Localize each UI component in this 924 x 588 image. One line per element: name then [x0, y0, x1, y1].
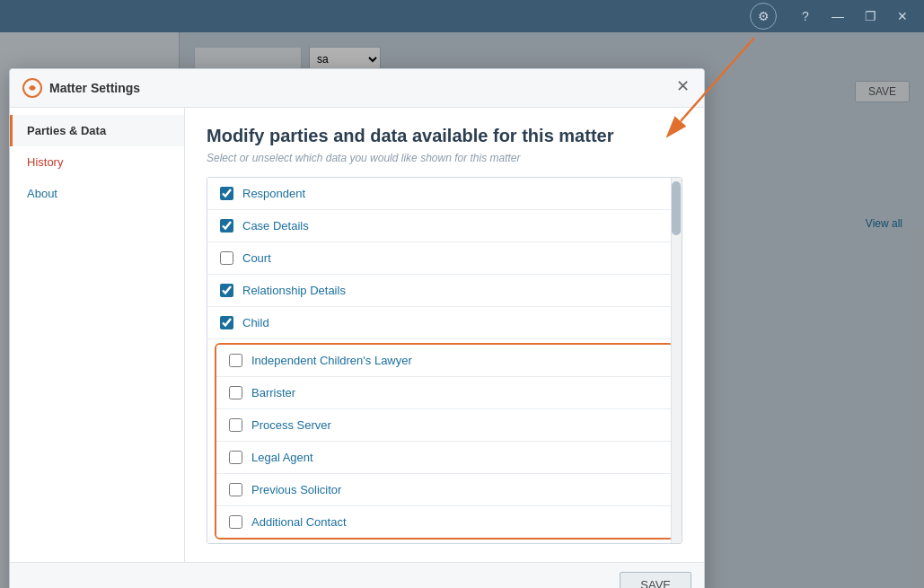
optional-items-group: Independent Children's Lawyer Barrister …: [215, 343, 674, 540]
close-window-icon: ✕: [897, 9, 908, 23]
checkbox-legal-agent[interactable]: [229, 451, 242, 464]
checkbox-child[interactable]: [220, 316, 233, 329]
settings-button[interactable]: ⚙: [750, 3, 777, 30]
content-area: Modify parties and data available for th…: [185, 108, 704, 562]
check-label-legal-agent: Legal Agent: [251, 451, 313, 464]
modal-footer: SAVE: [10, 562, 704, 588]
checkbox-additional-contact[interactable]: [229, 515, 242, 529]
maximize-button[interactable]: ❐: [856, 4, 884, 29]
modal-body: Parties & Data History About Modify part…: [10, 108, 704, 562]
modal-title: Matter Settings: [49, 81, 140, 95]
check-label-previous-solicitor: Previous Solicitor: [251, 483, 341, 496]
modal-close-button[interactable]: ✕: [671, 76, 695, 96]
check-label-case-details: Case Details: [242, 219, 309, 233]
matter-settings-modal: Matter Settings ✕ Parties & Data History…: [9, 68, 705, 588]
nav-item-about[interactable]: About: [10, 178, 184, 209]
check-item-court[interactable]: Court: [207, 242, 682, 275]
check-label-icl: Independent Children's Lawyer: [251, 354, 412, 367]
maximize-icon: ❐: [865, 9, 876, 23]
nav-sidebar: Parties & Data History About: [10, 108, 185, 562]
app-logo: [22, 78, 42, 98]
help-button[interactable]: ?: [791, 4, 820, 29]
checkbox-icl[interactable]: [229, 354, 242, 367]
checklist-scroll[interactable]: Respondent Case Details Court Relat: [207, 178, 682, 543]
modal-header: Matter Settings ✕: [10, 69, 704, 108]
close-window-button[interactable]: ✕: [888, 4, 917, 29]
scroll-indicator: [671, 178, 682, 543]
check-item-respondent[interactable]: Respondent: [207, 178, 682, 210]
checkbox-case-details[interactable]: [220, 219, 233, 233]
check-item-child[interactable]: Child: [207, 307, 682, 339]
check-item-legal-agent[interactable]: Legal Agent: [216, 442, 673, 474]
minimize-button[interactable]: —: [823, 4, 852, 29]
check-item-relationship-details[interactable]: Relationship Details: [207, 275, 682, 307]
checkbox-court[interactable]: [220, 251, 233, 265]
nav-item-parties-data[interactable]: Parties & Data: [10, 115, 184, 146]
check-label-child: Child: [242, 316, 269, 329]
checkbox-relationship-details[interactable]: [220, 284, 233, 297]
check-label-barrister: Barrister: [251, 386, 295, 399]
checklist: Respondent Case Details Court Relat: [207, 177, 682, 544]
nav-item-history[interactable]: History: [10, 146, 184, 178]
scroll-thumb[interactable]: [672, 181, 681, 235]
content-subtitle: Select or unselect which data you would …: [207, 152, 682, 164]
checkbox-respondent[interactable]: [220, 187, 233, 200]
check-label-process-server: Process Server: [251, 418, 331, 432]
check-label-relationship-details: Relationship Details: [242, 284, 346, 297]
save-button[interactable]: SAVE: [620, 572, 691, 588]
title-bar: ⚙ ? — ❐ ✕: [0, 0, 924, 32]
check-label-additional-contact: Additional Contact: [251, 515, 347, 529]
modal-overlay: Matter Settings ✕ Parties & Data History…: [0, 32, 924, 588]
content-heading: Modify parties and data available for th…: [207, 126, 682, 146]
check-item-barrister[interactable]: Barrister: [216, 377, 673, 409]
check-item-additional-contact[interactable]: Additional Contact: [216, 506, 673, 538]
checkbox-previous-solicitor[interactable]: [229, 483, 242, 496]
check-item-icl[interactable]: Independent Children's Lawyer: [216, 345, 673, 377]
check-label-respondent: Respondent: [242, 187, 305, 200]
check-item-case-details[interactable]: Case Details: [207, 210, 682, 242]
checkbox-process-server[interactable]: [229, 418, 242, 432]
checkbox-barrister[interactable]: [229, 386, 242, 399]
check-label-court: Court: [242, 251, 271, 265]
minimize-icon: —: [832, 9, 844, 23]
settings-icon: ⚙: [758, 9, 770, 23]
help-icon: ?: [802, 9, 809, 23]
check-item-previous-solicitor[interactable]: Previous Solicitor: [216, 474, 673, 506]
check-item-process-server[interactable]: Process Server: [216, 409, 673, 442]
